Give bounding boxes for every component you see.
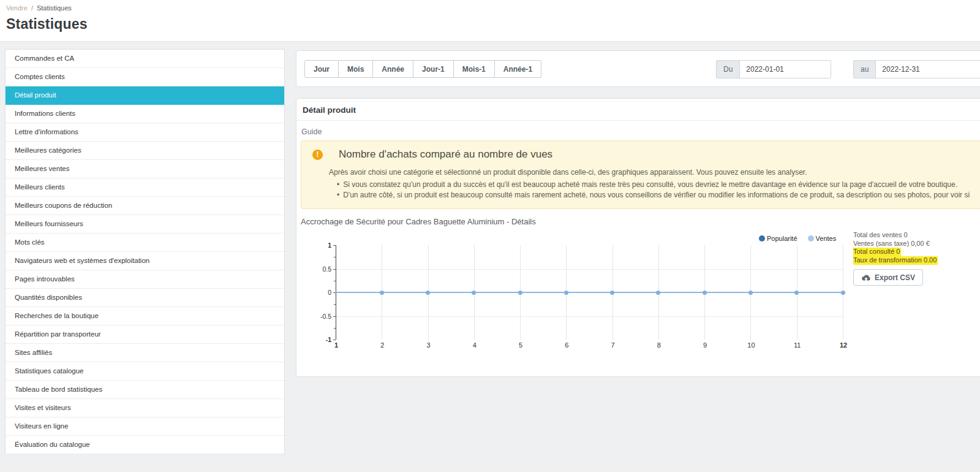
sidebar-item[interactable]: Tableau de bord statistiques xyxy=(6,381,284,399)
sidebar-item[interactable]: Meilleurs fournisseurs xyxy=(6,215,284,234)
page-header: Vendre/Statistiques Statistiques xyxy=(0,0,980,42)
export-csv-label: Export CSV xyxy=(875,273,915,282)
breadcrumb-parent-link[interactable]: Vendre xyxy=(6,4,28,12)
alert-bullet: Si vous constatez qu'un produit a du suc… xyxy=(329,180,980,190)
sidebar-item[interactable]: Statistiques catalogue xyxy=(6,362,284,381)
product-detail-panel: Détail produit Guide ! Nombre d'achats c… xyxy=(296,98,980,377)
data-point xyxy=(794,291,799,295)
data-point xyxy=(656,291,660,295)
period-button[interactable]: Année-1 xyxy=(495,60,541,78)
period-button-group: JourMoisAnnéeJour-1Mois-1Année-1 xyxy=(304,60,541,78)
sidebar-item[interactable]: Comptes clients xyxy=(6,68,284,86)
guide-label: Guide xyxy=(301,128,980,136)
stat-row: Total des ventes 0 xyxy=(853,231,938,240)
legend-label: Popularité xyxy=(767,235,797,242)
sidebar-item[interactable]: Répartition par transporteur xyxy=(6,325,284,344)
data-point xyxy=(472,291,476,295)
legend-dot xyxy=(808,235,814,242)
main-content: JourMoisAnnéeJour-1Mois-1Année-1 Du au D… xyxy=(296,50,980,377)
data-point xyxy=(564,291,568,295)
sidebar-item[interactable]: Visiteurs en ligne xyxy=(6,417,284,436)
x-axis-label: 7 xyxy=(611,341,615,349)
stats-types-sidebar: Commandes et CAComptes clientsDétail pro… xyxy=(5,49,285,454)
sidebar-item[interactable]: Meilleurs clients xyxy=(6,178,284,197)
x-axis-label: 1 xyxy=(334,341,338,349)
date-from-input[interactable] xyxy=(739,60,831,78)
x-axis-label: 4 xyxy=(473,341,477,349)
y-tick xyxy=(334,281,336,281)
legend-label: Ventes xyxy=(816,235,837,242)
alert-intro: Après avoir choisi une catégorie et séle… xyxy=(329,168,980,177)
data-point xyxy=(841,291,845,295)
x-axis-label: 9 xyxy=(703,341,707,349)
sidebar-item[interactable]: Détail produit xyxy=(6,86,284,105)
product-stats: Total des ventes 0Ventes (sans taxe) 0,0… xyxy=(853,231,938,264)
sidebar-item[interactable]: Commandes et CA xyxy=(6,50,284,68)
legend-item: Ventes xyxy=(808,235,837,242)
sidebar-item[interactable]: Quantités disponibles xyxy=(6,289,284,307)
data-line-ventes xyxy=(336,292,843,293)
y-axis-label: 0 xyxy=(301,289,331,296)
sidebar-item[interactable]: Lettre d'informations xyxy=(6,123,284,142)
y-tick xyxy=(334,304,336,305)
period-button[interactable]: Mois xyxy=(339,60,373,78)
date-to-input[interactable] xyxy=(875,60,980,78)
breadcrumb-separator: / xyxy=(31,4,33,12)
sidebar-item[interactable]: Meilleurs coupons de réduction xyxy=(6,197,284,215)
stat-value: Taux de transformation 0.00 xyxy=(853,256,938,265)
y-axis-label: 0.5 xyxy=(301,265,331,273)
x-axis-label: 10 xyxy=(747,341,755,349)
y-tick xyxy=(333,269,336,270)
sidebar-item[interactable]: Meilleures catégories xyxy=(6,142,284,160)
period-button[interactable]: Année xyxy=(373,60,413,78)
sidebar-item[interactable]: Meilleures ventes xyxy=(6,160,284,178)
date-range-toolbar: JourMoisAnnéeJour-1Mois-1Année-1 Du au xyxy=(296,50,980,87)
legend-dot xyxy=(759,235,765,242)
sidebar-item[interactable]: Pages introuvables xyxy=(6,270,284,289)
x-axis-label: 3 xyxy=(426,341,430,349)
y-axis-label: 1 xyxy=(301,242,331,249)
period-button[interactable]: Jour-1 xyxy=(413,60,454,78)
alert-bullet-list: Si vous constatez qu'un produit a du suc… xyxy=(329,180,980,200)
stat-value: Ventes (sans taxe) 0,00 € xyxy=(853,240,930,247)
period-button[interactable]: Mois-1 xyxy=(454,60,495,78)
date-from-group: Du xyxy=(716,60,831,78)
sidebar-item[interactable]: Mots clés xyxy=(6,234,284,252)
sidebar-item[interactable]: Sites affiliés xyxy=(6,344,284,362)
page-title: Statistiques xyxy=(6,16,980,32)
product-detail-chart: PopularitéVentes Total des ventes 0Vente… xyxy=(301,227,980,359)
export-csv-button[interactable]: Export CSV xyxy=(853,269,923,286)
data-point xyxy=(518,291,522,295)
date-from-label: Du xyxy=(716,60,739,78)
alert-bullet: D'un autre côté, si un produit est beauc… xyxy=(329,190,980,200)
warning-icon: ! xyxy=(312,150,323,160)
stat-row: Taux de transformation 0.00 xyxy=(853,256,938,265)
sidebar-item[interactable]: Navigateurs web et systèmes d'exploitati… xyxy=(6,252,284,270)
gridline-horizontal xyxy=(336,316,843,317)
data-point xyxy=(610,291,614,295)
breadcrumb: Vendre/Statistiques xyxy=(6,4,980,12)
stat-value: Total consulté 0 xyxy=(853,248,901,257)
breadcrumb-current: Statistiques xyxy=(37,4,72,12)
guide-alert: ! Nombre d'achats comparé au nombre de v… xyxy=(301,140,980,209)
sidebar-item[interactable]: Évaluation du catalogue xyxy=(6,436,284,454)
data-point xyxy=(426,291,430,295)
date-to-group: au xyxy=(853,60,980,78)
data-point xyxy=(703,291,707,295)
stat-value: Total des ventes 0 xyxy=(853,231,908,238)
cloud-export-icon xyxy=(861,274,871,281)
y-tick xyxy=(333,316,336,317)
sidebar-item[interactable]: Visites et visiteurs xyxy=(6,399,284,417)
x-axis-label: 2 xyxy=(380,341,384,349)
sidebar-item[interactable]: Informations clients xyxy=(6,105,284,123)
legend-item: Popularité xyxy=(759,235,797,242)
gridline-horizontal xyxy=(336,269,843,270)
x-axis-label: 5 xyxy=(519,341,522,349)
y-tick xyxy=(334,328,336,329)
y-axis-label: -1 xyxy=(301,336,331,343)
sidebar-item[interactable]: Recherches de la boutique xyxy=(6,307,284,325)
x-axis-label: 11 xyxy=(794,341,801,349)
x-axis-label: 12 xyxy=(840,341,847,349)
period-button[interactable]: Jour xyxy=(304,60,339,78)
chart-legend: PopularitéVentes xyxy=(759,235,836,242)
